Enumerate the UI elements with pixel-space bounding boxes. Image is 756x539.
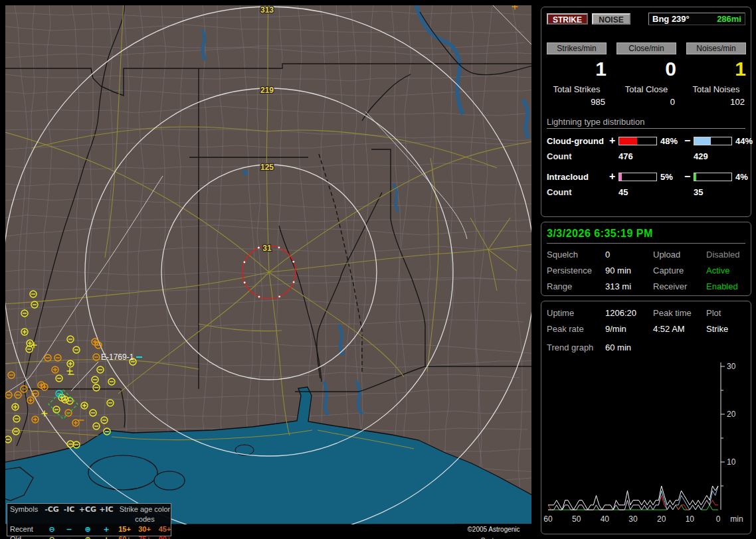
plus-sign: + (609, 171, 618, 183)
cloud-ground-label: Cloud-ground (547, 136, 609, 146)
copyright-notice: ©2005 Astrogenic Systems (454, 524, 533, 535)
cg-pos-pct: 48% (657, 136, 684, 146)
bearing-display: Bng 239° 286mi (648, 13, 745, 25)
legend-ncg-header: -CG (43, 504, 60, 524)
svg-text:50: 50 (572, 514, 581, 524)
strike-button[interactable]: STRIKE (547, 13, 588, 25)
cg-pos-count: 476 (618, 151, 657, 161)
strikes-rate-value: 1 (547, 58, 607, 80)
svg-text:60: 60 (543, 514, 553, 524)
recent-ic-neg-icon: − (60, 524, 78, 534)
close-rate-value: 0 (616, 58, 676, 80)
svg-text:0: 0 (716, 514, 721, 524)
ic-neg-pct: 4% (732, 172, 748, 182)
uptime-label: Uptime (547, 308, 605, 318)
peak-rate-value: 9/min (605, 324, 653, 334)
ic-count-label: Count (547, 187, 609, 197)
total-close-label: Total Close (616, 84, 676, 94)
svg-text:10: 10 (727, 457, 736, 467)
datetime-display: 3/3/2026 6:35:19 PM (547, 228, 745, 244)
bearing-distance: 286mi (717, 14, 741, 24)
strike-stats-panel: STRIKE NOISE Bng 239° 286mi Strikes/min … (541, 7, 751, 217)
cg-count-label: Count (547, 151, 609, 161)
total-strikes-value: 985 (547, 97, 607, 107)
legend-old-label: Old (10, 534, 43, 539)
total-noises-label: Total Noises (686, 84, 746, 94)
receiver-status: Enabled (706, 281, 745, 291)
uptime-value: 1206:20 (605, 308, 653, 318)
intracloud-label: Intracloud (547, 172, 609, 182)
capture-status: Active (706, 266, 745, 275)
upload-label: Upload (653, 250, 706, 260)
plus-sign: + (609, 135, 618, 147)
old-ic-neg-icon: − (60, 534, 78, 539)
trend-panel: Uptime 1206:20 Peak time Plot Peak rate … (541, 301, 751, 534)
recent-cg-pos-icon: ⊕ (78, 524, 98, 534)
trend-graph: 1020306050403020100min (543, 358, 750, 534)
legend-nic-header: -IC (60, 504, 78, 524)
trend-graph-label: Trend graph (547, 343, 605, 352)
ic-pos-pct: 5% (657, 172, 684, 182)
recent-ic-pos-icon: + (98, 524, 115, 534)
svg-text:10: 10 (686, 514, 695, 524)
squelch-value: 0 (605, 250, 653, 260)
cg-neg-count: 429 (694, 151, 732, 161)
strikes-per-min-badge: Strikes/min (547, 42, 607, 54)
ic-pos-count: 45 (618, 187, 657, 197)
svg-text:30: 30 (628, 514, 638, 524)
legend-pic-header: +IC (98, 504, 115, 524)
symbol-legend: Symbols -CG -IC +CG +IC Strike age color… (7, 503, 171, 536)
legend-age-header: Strike age color codes (115, 504, 175, 524)
legend-recent-label: Recent (10, 524, 43, 534)
persistence-value: 90 min (605, 266, 653, 275)
ring-label-125: 125 (260, 163, 274, 172)
legend-pcg-header: +CG (78, 504, 98, 524)
old-cg-pos-icon: ⊕ (78, 534, 98, 539)
ic-neg-bar (694, 173, 732, 181)
minus-sign: − (684, 171, 694, 183)
ring-label-313: 313 (260, 5, 274, 15)
cg-neg-bar (694, 137, 732, 145)
trend-graph-window: 60 min (605, 343, 653, 352)
cg-pos-bar (618, 137, 657, 145)
range-value: 313 mi (605, 281, 653, 291)
plot-mode-value: Strike (706, 324, 745, 334)
peak-rate-label: Peak rate (547, 324, 605, 334)
persistence-label: Persistence (547, 266, 605, 275)
cg-neg-pct: 44% (732, 136, 753, 146)
noise-button[interactable]: NOISE (592, 13, 630, 25)
peak-time-label: Peak time (653, 308, 706, 318)
old-ic-pos-icon: + (98, 534, 115, 539)
ring-label-219: 219 (260, 86, 274, 95)
ring-label-31: 31 (262, 244, 272, 253)
age-60: 60+ (115, 534, 134, 539)
total-close-value: 0 (616, 97, 676, 107)
ic-neg-count: 35 (694, 187, 732, 197)
age-30: 30+ (134, 524, 155, 534)
total-noises-value: 102 (686, 97, 746, 107)
lake (154, 471, 185, 490)
strike-id-label: E-1769-1 (101, 352, 134, 362)
svg-text:20: 20 (727, 410, 736, 419)
minus-sign: − (684, 135, 694, 147)
svg-text:min: min (730, 514, 743, 524)
receiver-label: Receiver (653, 281, 706, 291)
plot-label: Plot (706, 308, 745, 318)
recent-cg-neg-icon: ⊖ (43, 524, 60, 534)
noises-per-min-badge: Noises/min (686, 42, 746, 54)
age-90: 90+ (155, 534, 175, 539)
age-45: 45+ (155, 524, 175, 534)
noises-rate-value: 1 (686, 58, 746, 80)
close-per-min-badge: Close/min (616, 42, 676, 54)
age-15: 15+ (115, 524, 134, 534)
strike-map[interactable]: 31 125 219 313 E-1769-1 (5, 5, 531, 524)
svg-text:20: 20 (657, 514, 666, 524)
lake-pontchartrain (88, 455, 157, 490)
bearing-value: Bng 239° (652, 14, 690, 24)
squelch-label: Squelch (547, 250, 605, 260)
svg-text:30: 30 (727, 362, 736, 371)
distribution-title: Lightning type distribution (547, 117, 745, 129)
peak-time-value: 4:52 AM (653, 324, 706, 334)
upload-status: Disabled (706, 250, 745, 260)
app-window: 31 125 219 313 E-1769-1 Symbols -CG -IC … (0, 0, 756, 539)
